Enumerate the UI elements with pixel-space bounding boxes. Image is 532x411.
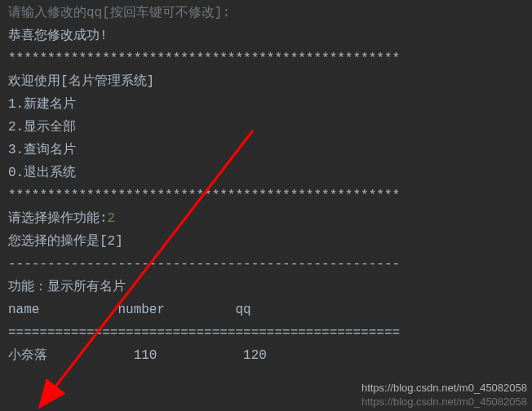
- chosen-line: 您选择的操作是[2]: [8, 230, 524, 253]
- function-label: 功能：显示所有名片: [8, 276, 524, 298]
- welcome-line: 欢迎使用[名片管理系统]: [8, 70, 524, 93]
- separator-stars: ****************************************…: [8, 184, 524, 207]
- table-header: name number qq: [8, 298, 524, 321]
- separator-dashes: ----------------------------------------…: [8, 253, 524, 276]
- user-input: 2: [108, 211, 116, 226]
- separator-stars: ****************************************…: [8, 47, 524, 70]
- select-prompt: 请选择操作功能:2: [8, 207, 524, 230]
- menu-item-0: 0.退出系统: [8, 161, 524, 184]
- menu-item-2: 2.显示全部: [8, 116, 524, 139]
- menu-item-3: 3.查询名片: [8, 139, 524, 161]
- menu-item-1: 1.新建名片: [8, 93, 524, 116]
- success-msg: 恭喜您修改成功!: [8, 24, 524, 47]
- watermark: https://blog.csdn.net/m0_45082058 https:…: [361, 382, 527, 409]
- prev-prompt-line: 请输入修改的qq[按回车键可不修改]:: [8, 2, 524, 24]
- separator-equals: ========================================…: [8, 321, 524, 344]
- table-row: 小奈落 110 120: [8, 344, 524, 367]
